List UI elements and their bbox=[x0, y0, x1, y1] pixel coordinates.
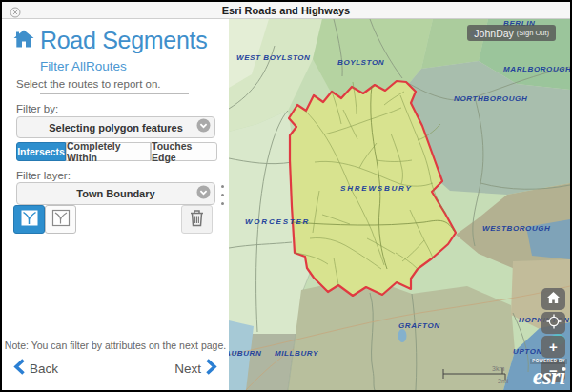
clear-selection-button[interactable] bbox=[181, 205, 213, 234]
instruction-text: Select the routes to report on. bbox=[16, 78, 161, 90]
panel-header: Road Segments bbox=[13, 27, 207, 54]
map-label-auburn: AUBURN bbox=[229, 349, 261, 358]
filter-layer-label: Filter layer: bbox=[16, 170, 71, 181]
map-label-worcester: WORCESTER bbox=[245, 217, 310, 226]
filter-method-value: Selecting polygon features bbox=[49, 122, 183, 134]
selection-toolbar bbox=[13, 205, 217, 234]
app-window: Esri Roads and Highways Road Segments Fi… bbox=[0, 0, 572, 392]
map-label-shrewsbury: SHREWSBURY bbox=[340, 184, 413, 193]
next-label: Next bbox=[174, 361, 201, 376]
page-title: Road Segments bbox=[40, 27, 207, 54]
zoom-in-button[interactable]: + bbox=[541, 336, 565, 358]
scale-km-label: 3km bbox=[492, 365, 504, 372]
filter-layer-dropdown[interactable]: Town Boundary bbox=[16, 182, 215, 205]
map-label-upton: UPTON bbox=[513, 347, 542, 356]
back-button[interactable]: Back bbox=[13, 359, 58, 378]
home-extent-button[interactable] bbox=[541, 288, 565, 310]
next-button[interactable]: Next bbox=[174, 359, 217, 378]
note-text: Note: You can filter by attributes on th… bbox=[2, 340, 229, 351]
intersects-button[interactable]: Intersects bbox=[16, 142, 66, 161]
map-label-millbury: MILLBURY bbox=[275, 349, 318, 358]
panel-footer: Back Next bbox=[13, 358, 217, 379]
polygon-select-icon bbox=[20, 209, 39, 231]
filter-method-dropdown[interactable]: Selecting polygon features bbox=[16, 116, 215, 138]
map-label-marlborough: MARLBOROUGH bbox=[503, 65, 570, 73]
completely-within-button[interactable]: Completely Within bbox=[66, 142, 151, 161]
chevron-right-icon bbox=[206, 359, 217, 378]
scale-mi-label: 2mi bbox=[498, 378, 509, 384]
filter-layer-value: Town Boundary bbox=[76, 188, 154, 199]
select-intersect-tool-button[interactable] bbox=[13, 205, 45, 234]
panel-resize-handle[interactable] bbox=[221, 185, 224, 205]
map-label-westborough: WESTBOROUGH bbox=[482, 224, 551, 233]
user-account-button[interactable]: JohnDay (Sign Out) bbox=[467, 25, 556, 41]
chevron-down-icon bbox=[196, 185, 211, 203]
locate-button[interactable] bbox=[541, 312, 565, 334]
titlebar: Esri Roads and Highways bbox=[2, 2, 570, 19]
trash-icon bbox=[189, 209, 205, 231]
home-icon bbox=[13, 30, 34, 52]
close-icon[interactable] bbox=[10, 5, 21, 16]
chevron-left-icon bbox=[13, 359, 25, 378]
esri-logo: POWERED BY esri bbox=[530, 359, 567, 389]
window-title: Esri Roads and Highways bbox=[222, 5, 350, 16]
sign-out-label: (Sign Out) bbox=[517, 29, 549, 37]
chevron-down-icon bbox=[196, 118, 211, 136]
filter-panel: Road Segments Filter AllRoutes Select th… bbox=[2, 19, 229, 390]
map-canvas[interactable]: 3km 2mi WEST BOYLSTON BOYLSTON BERLIN MA… bbox=[229, 19, 570, 390]
map-label-northborough: NORTHBOROUGH bbox=[454, 94, 527, 103]
filter-by-label: Filter by: bbox=[16, 103, 58, 114]
user-name: JohnDay bbox=[474, 28, 513, 39]
locate-icon bbox=[546, 314, 562, 333]
map-basemap: 3km 2mi bbox=[229, 19, 570, 390]
home-icon bbox=[546, 291, 561, 308]
divider bbox=[40, 93, 189, 94]
spatial-operator-group: Intersects Completely Within Touches Edg… bbox=[16, 142, 217, 161]
select-polygon-tool-button[interactable] bbox=[45, 205, 76, 234]
touches-edge-button[interactable]: Touches Edge bbox=[151, 142, 217, 161]
map-label-boylston: BOYLSTON bbox=[337, 58, 384, 67]
map-label-west-boylston: WEST BOYLSTON bbox=[236, 53, 310, 62]
page-subtitle: Filter AllRoutes bbox=[40, 59, 127, 73]
polygon-outline-select-icon bbox=[51, 209, 71, 231]
map-label-grafton: GRAFTON bbox=[398, 321, 440, 330]
esri-wordmark: esri bbox=[530, 364, 567, 388]
back-label: Back bbox=[30, 361, 58, 376]
